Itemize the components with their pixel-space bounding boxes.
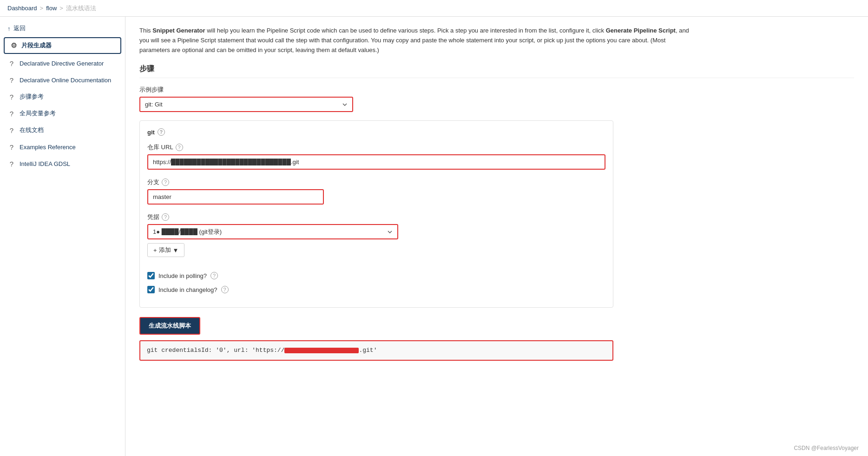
repo-url-input[interactable]: [147, 154, 605, 170]
include-changelog-row: Include in changelog? ?: [147, 286, 605, 293]
include-changelog-checkbox[interactable]: [147, 286, 155, 293]
sidebar-item-online-docs[interactable]: ? 在线文档: [0, 122, 125, 139]
credentials-label: 凭据 ?: [147, 213, 605, 221]
include-polling-checkbox[interactable]: [147, 272, 155, 279]
generate-pipeline-button[interactable]: 生成流水线脚本: [139, 317, 200, 335]
description-bold-2: Generate Pipeline Script: [606, 27, 676, 34]
help-circle-icon: ?: [7, 109, 16, 118]
help-circle-icon: ?: [7, 93, 16, 101]
sidebar-item-declarative-directive[interactable]: ? Declarative Directive Generator: [0, 55, 125, 72]
help-circle-icon: ?: [7, 76, 16, 84]
sidebar-item-label: Declarative Online Documentation: [20, 77, 111, 84]
sidebar-item-label: Examples Reference: [20, 144, 76, 151]
polling-help-icon[interactable]: ?: [210, 272, 218, 279]
branch-group: 分支 ? master: [147, 178, 605, 205]
plus-icon: +: [153, 247, 157, 254]
sample-steps-group: 示例步骤 git: Git checkout: Check out from v…: [139, 86, 854, 112]
help-circle-icon: ?: [7, 59, 16, 67]
gear-icon: ⚙: [9, 41, 18, 50]
sidebar-item-examples-reference[interactable]: ? Examples Reference: [0, 139, 125, 155]
repo-url-help-icon[interactable]: ?: [176, 144, 183, 151]
git-step-section: git ? 仓库 URL ? 分支 ? master: [139, 120, 613, 308]
steps-section-title: 步骤: [139, 64, 854, 78]
sidebar-item-label: IntelliJ IDEA GDSL: [20, 160, 70, 167]
sidebar-item-declarative-online[interactable]: ? Declarative Online Documentation: [0, 72, 125, 88]
git-help-icon[interactable]: ?: [158, 128, 165, 136]
sidebar-item-snippet-generator[interactable]: ⚙ 片段生成器: [4, 37, 121, 54]
help-circle-icon: ?: [7, 159, 16, 168]
sidebar-item-global-variable[interactable]: ? 全局变量参考: [0, 105, 125, 122]
include-changelog-label: Include in changelog?: [158, 286, 217, 293]
breadcrumb-dashboard[interactable]: Dashboard: [7, 5, 37, 12]
add-credentials-button[interactable]: + 添加 ▼: [147, 243, 184, 257]
sidebar-item-step-reference[interactable]: ? 步骤参考: [0, 88, 125, 105]
help-circle-icon: ?: [7, 126, 16, 134]
main-content: This Snippet Generator will help you lea…: [125, 17, 868, 456]
help-circle-icon: ?: [7, 143, 16, 151]
pipeline-output: git credentialsId: '0', url: 'https://.g…: [139, 340, 613, 361]
sidebar-item-label: 片段生成器: [21, 41, 52, 50]
sidebar-item-intellij-gdsl[interactable]: ? IntelliJ IDEA GDSL: [0, 155, 125, 172]
breadcrumb-flow[interactable]: flow: [46, 5, 57, 12]
branch-help-icon[interactable]: ?: [162, 178, 169, 186]
description-text: This Snippet Generator will help you lea…: [139, 26, 697, 55]
sidebar-item-label: 在线文档: [20, 126, 44, 134]
sidebar-item-label: 全局变量参考: [20, 109, 56, 118]
repo-url-group: 仓库 URL ?: [147, 143, 605, 170]
sample-steps-select[interactable]: git: Git checkout: Check out from versio…: [139, 97, 353, 112]
step-header: git ?: [147, 128, 605, 136]
generate-button-wrapper: 生成流水线脚本: [139, 317, 854, 335]
sidebar-item-label: Declarative Directive Generator: [20, 60, 104, 67]
branch-label: 分支 ?: [147, 178, 605, 186]
credentials-group: 凭据 ? 1● ████/████ (git登录) + 添加 ▼: [147, 213, 605, 264]
include-polling-label: Include in polling?: [158, 272, 207, 279]
credentials-select[interactable]: 1● ████/████ (git登录): [147, 224, 398, 239]
credentials-select-wrapper: 1● ████/████ (git登录): [147, 224, 605, 239]
sidebar-item-label: 步骤参考: [20, 93, 44, 101]
sidebar-back[interactable]: ↑ 返回: [0, 20, 125, 36]
back-arrow-icon: ↑: [7, 25, 11, 32]
sidebar: ↑ 返回 ⚙ 片段生成器 ? Declarative Directive Gen…: [0, 17, 125, 456]
changelog-help-icon[interactable]: ?: [221, 286, 229, 293]
breadcrumb-current: 流水线语法: [66, 4, 96, 13]
include-polling-row: Include in polling? ?: [147, 272, 605, 279]
repo-url-label: 仓库 URL ?: [147, 143, 605, 152]
branch-input[interactable]: master: [147, 189, 324, 205]
watermark: CSDN @FearlessVoyager: [794, 445, 859, 451]
sidebar-back-label: 返回: [13, 24, 26, 33]
credentials-help-icon[interactable]: ?: [162, 213, 169, 221]
add-button-label: 添加: [159, 246, 171, 254]
description-bold-1: Snippet Generator: [152, 27, 205, 34]
breadcrumb: Dashboard > flow > 流水线语法: [0, 0, 868, 17]
sample-steps-label: 示例步骤: [139, 86, 854, 94]
dropdown-arrow-icon: ▼: [173, 247, 179, 254]
